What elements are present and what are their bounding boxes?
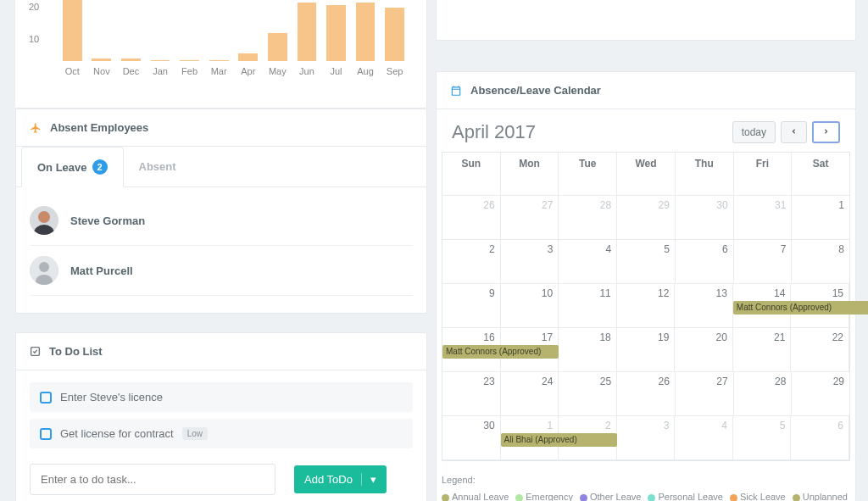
calendar-day[interactable]: 20	[675, 328, 733, 372]
day-number: 4	[721, 420, 727, 431]
calendar-day[interactable]: 9	[442, 284, 501, 328]
bar-label: Sep	[387, 66, 403, 76]
calendar-day[interactable]: 19	[617, 328, 676, 372]
absent-employees-header: Absent Employees	[16, 109, 426, 147]
employee-row[interactable]: Matt Purcell	[30, 246, 413, 296]
day-number: 15	[832, 287, 843, 299]
calendar-event[interactable]: Ali Bhai (Approved)	[501, 433, 617, 447]
absent-employees-panel: Absent Employees On Leave 2 Absent Steve…	[15, 109, 427, 314]
day-number: 23	[483, 376, 494, 387]
day-number: 2	[605, 420, 611, 431]
add-todo-label: Add ToDo	[304, 473, 353, 486]
day-number: 1	[547, 420, 553, 431]
calendar-day[interactable]: 12	[617, 284, 676, 328]
calendar-day[interactable]: 3	[617, 416, 676, 460]
calendar-day[interactable]: 6	[676, 240, 734, 284]
calendar-day[interactable]: 25	[559, 372, 617, 416]
calendar-panel: Absence/Leave Calendar April 2017 today …	[436, 71, 856, 501]
day-number: 10	[542, 287, 553, 299]
calendar-day[interactable]: 10	[501, 284, 559, 328]
bar	[356, 3, 376, 61]
calendar-day[interactable]: 13	[675, 284, 733, 328]
absent-tabs: On Leave 2 Absent	[16, 147, 426, 187]
calendar-day[interactable]: 6	[791, 416, 849, 460]
bar-label: Jan	[153, 66, 168, 76]
todo-text: Enter Steve's licence	[60, 391, 163, 404]
bar-label: May	[269, 66, 287, 76]
day-number: 3	[548, 243, 554, 255]
day-number: 11	[599, 287, 610, 299]
bar	[151, 60, 170, 62]
calendar-day[interactable]: 4	[675, 416, 733, 460]
bar-label: Aug	[357, 66, 374, 76]
calendar-event[interactable]: Matt Connors (Approved)	[442, 345, 559, 359]
todo-text: Get license for contract	[60, 427, 174, 440]
y-tick: 10	[29, 34, 39, 44]
calendar-day[interactable]: 30	[442, 416, 501, 460]
calendar-day[interactable]: 29	[617, 196, 676, 240]
calendar-day[interactable]: 2	[442, 240, 501, 284]
calendar-day[interactable]: 11	[559, 284, 617, 328]
legend-swatch	[793, 494, 800, 501]
legend-label: Other Leave	[590, 492, 642, 501]
bar-label: Apr	[241, 66, 255, 76]
calendar-day[interactable]: 27	[676, 372, 734, 416]
prev-month-button[interactable]	[781, 121, 807, 143]
chevron-right-icon	[822, 126, 830, 139]
calendar-day[interactable]: 28	[559, 196, 617, 240]
next-month-button[interactable]	[812, 121, 840, 143]
legend-swatch	[730, 494, 737, 501]
calendar-day[interactable]: 7	[734, 240, 793, 284]
employee-name: Matt Purcell	[70, 264, 133, 277]
bar	[385, 8, 404, 61]
legend-swatch	[648, 494, 655, 501]
day-number: 28	[600, 199, 611, 211]
calendar-day[interactable]: 26	[442, 196, 501, 240]
panel-title: Absent Employees	[50, 121, 148, 134]
todo-checkbox[interactable]	[40, 428, 52, 440]
todo-item[interactable]: Enter Steve's licence	[30, 382, 413, 412]
tab-label: On Leave	[37, 161, 87, 174]
calendar-day[interactable]: 27	[501, 196, 559, 240]
calendar-day[interactable]: 5	[617, 240, 676, 284]
day-number: 18	[599, 331, 610, 343]
day-number: 29	[659, 199, 670, 211]
calendar-day[interactable]: 24	[501, 372, 559, 416]
todo-input[interactable]	[30, 464, 275, 495]
calendar-event[interactable]: Matt Connors (Approved)	[733, 301, 868, 315]
svg-point-1	[34, 225, 54, 235]
legend-label: Annual Leave	[452, 492, 509, 501]
calendar-day[interactable]: 22	[791, 328, 849, 372]
calendar-day[interactable]: 18	[559, 328, 617, 372]
bar-label: Feb	[181, 66, 198, 76]
todo-checkbox[interactable]	[40, 392, 52, 404]
bar	[298, 3, 317, 61]
todo-item[interactable]: Get license for contractLow	[30, 419, 413, 448]
calendar-day[interactable]: 30	[676, 196, 734, 240]
tab-on-leave[interactable]: On Leave 2	[21, 147, 124, 187]
add-todo-button[interactable]: Add ToDo ▾	[294, 465, 387, 493]
bar	[268, 33, 287, 61]
day-number: 16	[483, 331, 494, 343]
bar	[63, 0, 82, 61]
employee-row[interactable]: Steve Gorman	[30, 196, 413, 246]
calendar-day[interactable]: 21	[733, 328, 792, 372]
calendar-day[interactable]: 29	[792, 372, 849, 416]
calendar-day[interactable]: 23	[442, 372, 501, 416]
panel-title: Absence/Leave Calendar	[470, 84, 601, 97]
calendar-day[interactable]: 4	[559, 240, 617, 284]
calendar-day[interactable]: 28	[734, 372, 793, 416]
day-number: 4	[605, 243, 611, 255]
panel-title: To Do List	[49, 345, 103, 358]
calendar-day[interactable]: 8	[792, 240, 849, 284]
calendar-day[interactable]: 3	[501, 240, 559, 284]
today-button[interactable]: today	[732, 121, 776, 143]
tab-absent[interactable]: Absent	[124, 147, 192, 186]
calendar-day[interactable]: 26	[617, 372, 676, 416]
calendar-day[interactable]: 1	[792, 196, 849, 240]
calendar-day[interactable]: 5	[733, 416, 792, 460]
calendar-day[interactable]: 31	[734, 196, 793, 240]
bar-label: Nov	[93, 66, 110, 76]
dow-header: Sat	[792, 152, 849, 196]
caret-down-icon: ▾	[361, 473, 376, 486]
